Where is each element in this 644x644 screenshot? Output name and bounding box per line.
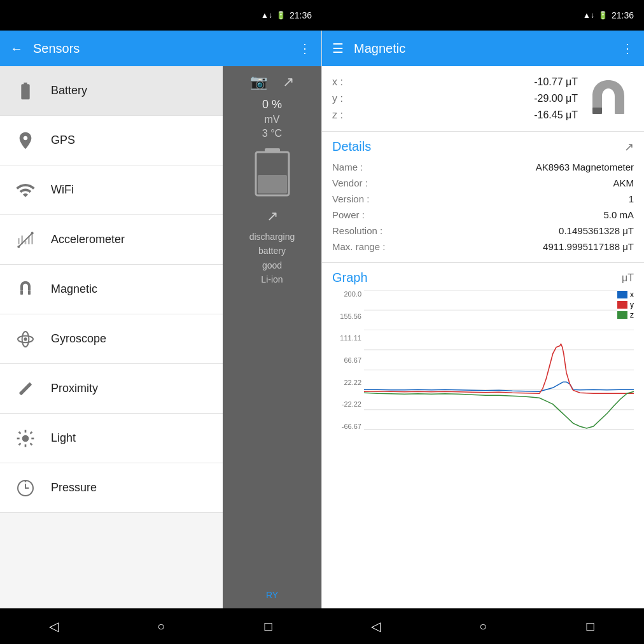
gyroscope-sensor-name: Gyroscope [51, 332, 106, 346]
battery-status-text: discharging battery good Li-ion [249, 230, 295, 287]
y-label-0: 200.0 [332, 290, 364, 298]
legend-z-color [617, 311, 627, 319]
recent-nav-right[interactable]: □ [578, 613, 603, 639]
share-icon-battery2[interactable]: ↗ [267, 208, 278, 225]
legend-y-color [617, 301, 627, 309]
detail-power-value: 5.0 mA [603, 209, 634, 220]
light-icon-wrap [10, 423, 41, 454]
detail-vendor: Vendor : AKM [332, 175, 634, 191]
details-title: Details [332, 139, 624, 154]
battery-side-panel: 📷 ↗ 0 % mV 3 °C ↗ dis [223, 66, 321, 608]
gyroscope-icon-wrap [10, 324, 41, 354]
detail-version-value: 1 [629, 193, 634, 204]
detail-maxrange: Max. range : 4911.9995117188 μT [332, 239, 634, 255]
detail-vendor-label: Vendor : [332, 178, 402, 188]
battery-temp: 3 °C [262, 128, 282, 139]
home-nav-right[interactable]: ○ [470, 613, 496, 639]
more-menu-left[interactable]: ⋮ [298, 41, 311, 56]
left-content-wrapper: Battery GPS [0, 66, 321, 608]
accelerometer-sensor-name: Accelerometer [51, 233, 125, 246]
back-nav-left[interactable]: ◁ [41, 613, 66, 639]
back-nav-right[interactable]: ◁ [363, 613, 388, 639]
hamburger-menu-icon[interactable]: ☰ [332, 41, 344, 56]
sensor-item-magnetic[interactable]: Magnetic [0, 265, 223, 314]
proximity-icon-wrap [10, 374, 41, 404]
sensor-item-accelerometer[interactable]: Accelerometer [0, 215, 223, 265]
detail-maxrange-value: 4911.9995117188 μT [543, 241, 634, 252]
y-label-5: -22.22 [332, 400, 364, 408]
right-panel: ☰ Magnetic ⋮ x : -10.77 μT y : -29.00 μT [322, 31, 644, 608]
svg-rect-4 [28, 290, 31, 295]
battery-percent: 0 % [262, 98, 282, 111]
home-nav-left[interactable]: ○ [148, 613, 174, 639]
sensor-item-wifi[interactable]: WiFi [0, 165, 223, 215]
magnetic-sensor-name: Magnetic [51, 283, 97, 296]
details-share-icon[interactable]: ↗ [624, 140, 634, 154]
detail-power: Power : 5.0 mA [332, 207, 634, 223]
left-panel: ← Sensors ⋮ Battery [0, 31, 322, 608]
proximity-sensor-icon [15, 379, 36, 399]
reading-x: x : -10.77 μT [332, 74, 578, 90]
graph-unit: μT [622, 272, 634, 284]
magnetic-icon-wrap [10, 274, 41, 305]
detail-name: Name : AK8963 Magnetometer [332, 159, 634, 175]
sensor-item-gyroscope[interactable]: Gyroscope [0, 314, 223, 364]
magnetic-sensor-icon [15, 279, 36, 300]
svg-point-7 [24, 337, 27, 340]
light-sensor-icon [15, 428, 36, 449]
light-sensor-name: Light [51, 431, 76, 445]
sensors-title: Sensors [33, 41, 288, 56]
sensor-item-light[interactable]: Light [0, 414, 223, 463]
recent-nav-left[interactable]: □ [256, 613, 281, 639]
status-bar-left: ▲↓ 🔋 21:36 [0, 0, 322, 31]
time-right: 21:36 [612, 10, 634, 20]
pressure-sensor-icon [15, 478, 36, 498]
pressure-icon-wrap [10, 473, 41, 503]
accelerometer-sensor-icon [15, 230, 36, 250]
legend-y: y [617, 300, 634, 309]
camera-icon[interactable]: 📷 [250, 74, 267, 90]
graph-line-y [364, 344, 634, 394]
battery-status-area: ↗ [267, 208, 278, 227]
graph-title: Graph [332, 270, 622, 285]
reading-z-value: -16.45 μT [534, 109, 578, 121]
detail-version-label: Version : [332, 193, 402, 204]
svg-rect-8 [19, 382, 32, 395]
gyroscope-sensor-icon [15, 329, 36, 349]
app-bar-right: ☰ Magnetic ⋮ [322, 31, 644, 66]
reading-z-label: z : [332, 109, 358, 121]
sensor-item-pressure[interactable]: Pressure [0, 463, 223, 513]
y-label-1: 155.56 [332, 312, 364, 320]
svg-line-17 [31, 431, 32, 433]
status-bar-right: ▲↓ 🔋 21:36 [322, 0, 644, 31]
gps-sensor-icon [15, 130, 36, 151]
battery-big-icon [253, 147, 291, 200]
graph-svg [364, 290, 634, 430]
more-menu-right[interactable]: ⋮ [621, 41, 634, 56]
graph-section: Graph μT 200.0 155.56 111.11 66.67 22.22… [322, 263, 644, 430]
details-header: Details ↗ [332, 139, 634, 154]
back-button[interactable]: ← [10, 41, 23, 56]
signal-icon-right: ▲↓ [583, 11, 594, 20]
graph-y-labels: 200.0 155.56 111.11 66.67 22.22 -22.22 -… [332, 290, 364, 430]
reading-x-value: -10.77 μT [534, 76, 578, 88]
reading-y-label: y : [332, 93, 358, 104]
legend-x-label: x [630, 290, 634, 299]
share-icon-battery[interactable]: ↗ [283, 74, 294, 90]
sensor-item-gps[interactable]: GPS [0, 116, 223, 165]
main-content: ← Sensors ⋮ Battery [0, 31, 644, 608]
reading-y-value: -29.00 μT [534, 93, 578, 104]
graph-area: x y z [364, 290, 634, 430]
magnet-icon [586, 74, 631, 118]
bottom-nav-right: ◁ ○ □ [322, 613, 644, 639]
svg-point-9 [22, 435, 29, 442]
proximity-sensor-name: Proximity [51, 382, 98, 395]
y-label-3: 66.67 [332, 356, 364, 364]
y-label-2: 111.11 [332, 334, 364, 342]
sensor-item-battery[interactable]: Battery [0, 66, 223, 116]
svg-line-0 [18, 233, 32, 246]
battery-ry: RY [266, 584, 278, 601]
svg-rect-24 [615, 108, 624, 114]
sensor-item-proximity[interactable]: Proximity [0, 364, 223, 414]
graph-line-x [364, 382, 634, 391]
